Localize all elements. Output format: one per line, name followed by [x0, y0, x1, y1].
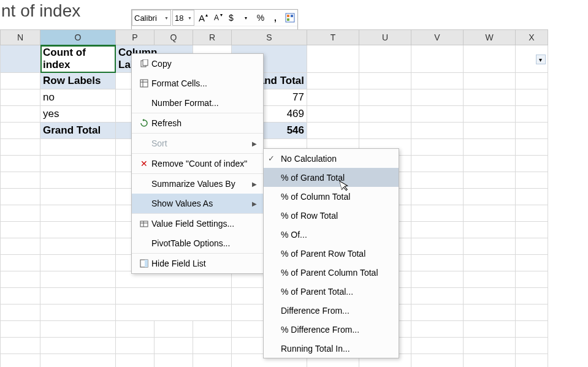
- cell[interactable]: [411, 139, 464, 156]
- cell[interactable]: [464, 338, 516, 354]
- pivot-count-header[interactable]: Count of index: [40, 45, 116, 73]
- col-header-T[interactable]: T: [307, 30, 359, 45]
- cell[interactable]: [40, 255, 116, 271]
- cell[interactable]: [516, 255, 548, 271]
- menu-refresh[interactable]: Refresh: [132, 113, 263, 133]
- menu-show-values-as[interactable]: Show Values As ▶: [132, 194, 263, 213]
- cell[interactable]: [464, 73, 516, 89]
- cell[interactable]: [516, 106, 548, 123]
- col-header-R[interactable]: R: [193, 30, 232, 45]
- cell[interactable]: [516, 189, 548, 205]
- cell[interactable]: [516, 305, 548, 321]
- cell[interactable]: [1, 139, 40, 156]
- col-header-Q[interactable]: Q: [155, 30, 193, 45]
- cell[interactable]: [516, 156, 548, 172]
- cell[interactable]: [359, 106, 411, 123]
- cell[interactable]: [359, 89, 411, 106]
- cell[interactable]: [1, 305, 40, 321]
- cell[interactable]: [411, 45, 464, 73]
- cell[interactable]: [516, 172, 548, 189]
- cell[interactable]: [464, 222, 516, 238]
- cell[interactable]: [516, 238, 548, 255]
- cell[interactable]: [155, 321, 193, 338]
- cell[interactable]: [464, 354, 516, 368]
- cell[interactable]: [1, 106, 40, 123]
- cell[interactable]: [411, 73, 464, 89]
- submenu-running-total[interactable]: Running Total In...: [264, 339, 399, 358]
- cell[interactable]: [40, 338, 116, 354]
- percent-format-icon[interactable]: %: [254, 11, 267, 25]
- submenu-pct-difference[interactable]: % Difference From...: [264, 320, 399, 339]
- cell[interactable]: [464, 238, 516, 255]
- cell[interactable]: [1, 222, 40, 238]
- cell[interactable]: [1, 205, 40, 222]
- submenu-parent-col[interactable]: % of Parent Column Total: [264, 263, 399, 282]
- cell[interactable]: [411, 123, 464, 139]
- submenu-of[interactable]: % Of...: [264, 225, 399, 244]
- col-header-O[interactable]: O: [40, 30, 116, 45]
- cell[interactable]: [464, 288, 516, 305]
- cell[interactable]: [516, 288, 548, 305]
- cell[interactable]: [516, 139, 548, 156]
- cell[interactable]: [464, 156, 516, 172]
- submenu-column-total[interactable]: % of Column Total: [264, 187, 399, 206]
- submenu-parent-total[interactable]: % of Parent Total...: [264, 282, 399, 301]
- pivot-row-labels[interactable]: Row Labels: [40, 73, 116, 89]
- cell[interactable]: [464, 305, 516, 321]
- cell[interactable]: [307, 45, 359, 73]
- cell[interactable]: [40, 354, 116, 368]
- cell[interactable]: [307, 89, 359, 106]
- cell[interactable]: [1, 338, 40, 354]
- cell[interactable]: [1, 255, 40, 271]
- cell[interactable]: [1, 354, 40, 368]
- font-select[interactable]: Calibri▼: [132, 10, 171, 26]
- cell[interactable]: [359, 45, 411, 73]
- menu-remove[interactable]: ✕ Remove "Count of index": [132, 153, 263, 173]
- cell[interactable]: [1, 321, 40, 338]
- cell[interactable]: [411, 172, 464, 189]
- cell[interactable]: [411, 288, 464, 305]
- cell[interactable]: [1, 73, 40, 89]
- cell[interactable]: [40, 271, 116, 288]
- cell[interactable]: [516, 222, 548, 238]
- col-header-N[interactable]: N: [1, 30, 40, 45]
- submenu-difference[interactable]: Difference From...: [264, 301, 399, 320]
- cell[interactable]: [411, 305, 464, 321]
- submenu-row-total[interactable]: % of Row Total: [264, 206, 399, 225]
- cell[interactable]: [516, 123, 548, 139]
- cell[interactable]: [1, 89, 40, 106]
- filter-dropdown-icon[interactable]: ▾: [536, 55, 546, 64]
- cell[interactable]: [464, 205, 516, 222]
- cell[interactable]: [411, 156, 464, 172]
- cell[interactable]: [40, 222, 116, 238]
- submenu-no-calculation[interactable]: ✓No Calculation: [264, 149, 399, 168]
- cell[interactable]: [464, 189, 516, 205]
- menu-summarize[interactable]: Summarize Values By ▶: [132, 173, 263, 194]
- cell[interactable]: [516, 205, 548, 222]
- cell[interactable]: [1, 189, 40, 205]
- col-header-W[interactable]: W: [464, 30, 516, 45]
- cell[interactable]: [307, 123, 359, 139]
- cell[interactable]: [40, 189, 116, 205]
- submenu-parent-row[interactable]: % of Parent Row Total: [264, 244, 399, 263]
- cell[interactable]: [411, 338, 464, 354]
- cell[interactable]: [411, 238, 464, 255]
- increase-font-icon[interactable]: A▴: [195, 11, 208, 25]
- cell[interactable]: [155, 338, 193, 354]
- cell[interactable]: [40, 139, 116, 156]
- cell[interactable]: [516, 89, 548, 106]
- cell[interactable]: [1, 123, 40, 139]
- menu-number-format[interactable]: Number Format...: [132, 93, 263, 113]
- cell[interactable]: [516, 338, 548, 354]
- cell[interactable]: [1, 156, 40, 172]
- menu-sort[interactable]: Sort ▶: [132, 133, 263, 153]
- col-header-V[interactable]: V: [411, 30, 464, 45]
- pivot-grand-total-row[interactable]: Grand Total: [40, 123, 116, 139]
- cell[interactable]: [193, 321, 232, 338]
- font-size-select[interactable]: 18▼: [172, 10, 194, 26]
- col-header-U[interactable]: U: [359, 30, 411, 45]
- col-header-P[interactable]: P: [116, 30, 155, 45]
- cell[interactable]: [1, 288, 40, 305]
- cell[interactable]: [40, 238, 116, 255]
- submenu-grand-total[interactable]: % of Grand Total: [264, 168, 399, 187]
